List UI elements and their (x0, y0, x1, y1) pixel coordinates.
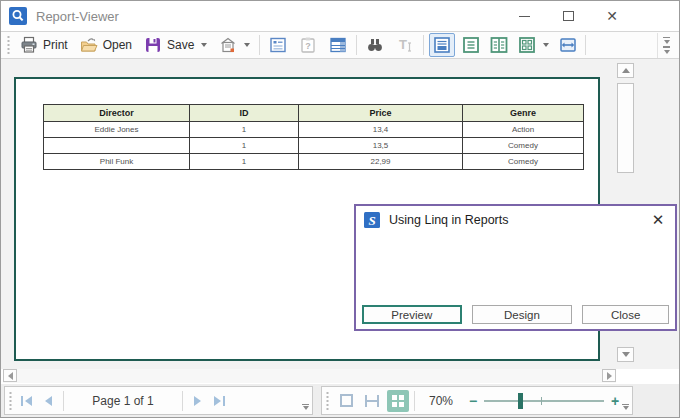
title-bar: Report-Viewer ✕ (1, 1, 679, 31)
maximize-button[interactable] (559, 6, 577, 26)
cell-price: 13,5 (299, 138, 463, 154)
open-label: Open (103, 38, 132, 52)
data-table-icon (329, 36, 347, 54)
overflow-icon (623, 406, 629, 410)
zoom-page-width-button[interactable] (361, 390, 383, 412)
text-editor-icon: T (396, 36, 414, 54)
toolbar-grip[interactable] (6, 36, 11, 54)
arrow-left-icon (8, 372, 13, 380)
status-bar: Page 1 of 1 (1, 384, 679, 418)
linq-reports-dialog: S Using Linq in Reports ✕ Preview Design… (354, 204, 677, 331)
nav-toolbar-grip[interactable] (8, 392, 13, 410)
multiple-pages-view-icon (518, 36, 536, 54)
table-row: 1 13,5 Comedy (44, 138, 584, 154)
page-navigation-toolbar: Page 1 of 1 (4, 386, 313, 415)
bookmarks-panel-button[interactable] (263, 33, 293, 57)
send-email-icon (219, 36, 237, 54)
open-folder-icon (80, 36, 98, 54)
table-row: Eddie Jones 1 13,4 Action (44, 122, 584, 138)
toolbar-overflow-button[interactable] (657, 33, 675, 58)
single-page-view-icon (433, 36, 451, 54)
vertical-scroll-thumb[interactable] (617, 83, 634, 173)
view-multiple-pages-button[interactable] (515, 34, 552, 56)
preview-button[interactable]: Preview (362, 305, 462, 324)
overflow-icon (664, 40, 670, 44)
minimize-icon (519, 16, 530, 17)
report-table: Director ID Price Genre Eddie Jones 1 13… (43, 104, 584, 170)
column-header-genre: Genre (463, 105, 584, 122)
send-email-button[interactable] (213, 33, 256, 57)
window-title: Report-Viewer (36, 9, 119, 24)
minimize-button[interactable] (515, 6, 533, 26)
print-label: Print (43, 38, 68, 52)
zoom-multiple-pages-button[interactable] (387, 390, 409, 412)
zoom-single-page-button[interactable] (335, 390, 357, 412)
view-continuous-button[interactable] (459, 34, 483, 56)
parameters-panel-button[interactable]: ? (293, 33, 323, 57)
arrow-right-icon (607, 372, 612, 380)
overflow-icon (663, 37, 670, 39)
nav-overflow-button[interactable] (302, 404, 309, 411)
window-controls: ✕ (515, 6, 621, 26)
scroll-down-button[interactable] (617, 347, 634, 362)
zoom-out-button[interactable]: − (464, 393, 482, 409)
dialog-title-bar: S Using Linq in Reports ✕ (356, 206, 675, 234)
save-floppy-icon (144, 36, 162, 54)
previous-page-button[interactable] (39, 391, 59, 411)
zoom-slider-track[interactable] (484, 400, 604, 402)
text-tool-glyph: T (399, 37, 407, 52)
parameters-icon: ? (299, 36, 317, 54)
next-page-button[interactable] (187, 391, 207, 411)
toolbar-separator (356, 35, 357, 55)
page-width-button[interactable] (556, 34, 580, 56)
horizontal-scrollbar[interactable] (3, 369, 616, 383)
view-single-page-button[interactable] (429, 33, 455, 57)
scroll-right-button[interactable] (602, 369, 616, 382)
last-page-button[interactable] (209, 391, 229, 411)
open-button[interactable]: Open (74, 33, 138, 57)
find-button[interactable] (360, 33, 390, 57)
text-editor-button[interactable]: T (390, 33, 420, 57)
send-email-dropdown-icon (244, 43, 250, 47)
save-label: Save (167, 38, 194, 52)
zoom-overflow-button[interactable] (622, 404, 629, 411)
cell-genre: Comedy (463, 138, 584, 154)
cell-id: 1 (190, 122, 299, 138)
dialog-close-button[interactable]: ✕ (649, 211, 667, 229)
zoom-toolbar-grip[interactable] (325, 392, 330, 410)
overflow-icon (663, 46, 670, 48)
zoom-multiple-pages-icon (392, 395, 404, 407)
first-page-button[interactable] (17, 391, 37, 411)
zoom-single-page-icon (340, 394, 353, 407)
zoom-slider[interactable] (484, 391, 604, 411)
cell-genre: Comedy (463, 154, 584, 170)
column-header-price: Price (299, 105, 463, 122)
scroll-up-button[interactable] (617, 63, 634, 78)
zoom-toolbar: 70% − + (321, 386, 633, 415)
previous-page-icon (43, 395, 55, 407)
view-two-pages-button[interactable] (487, 34, 511, 56)
cell-price: 13,4 (299, 122, 463, 138)
zoom-slider-thumb[interactable] (518, 393, 523, 409)
last-page-icon (212, 395, 226, 407)
save-button[interactable]: Save (138, 33, 213, 57)
zoom-slider-center-tick (541, 397, 542, 405)
cell-price: 22,99 (299, 154, 463, 170)
toolbar-separator (259, 35, 260, 55)
cell-genre: Action (463, 122, 584, 138)
scroll-left-button[interactable] (3, 369, 17, 382)
page-indicator: Page 1 of 1 (67, 394, 179, 408)
column-header-id: ID (190, 105, 299, 122)
design-button[interactable]: Design (472, 305, 573, 324)
print-button[interactable]: Print (14, 33, 74, 57)
next-page-icon (191, 395, 203, 407)
close-button[interactable]: ✕ (603, 6, 621, 26)
zoom-separator (414, 391, 415, 411)
app-logo-icon (9, 7, 27, 25)
data-table-panel-button[interactable] (323, 33, 353, 57)
first-page-icon (20, 395, 34, 407)
dialog-close-action-button[interactable]: Close (582, 305, 669, 324)
column-header-director: Director (44, 105, 190, 122)
toolbar-separator (423, 35, 424, 55)
cell-id: 1 (190, 154, 299, 170)
